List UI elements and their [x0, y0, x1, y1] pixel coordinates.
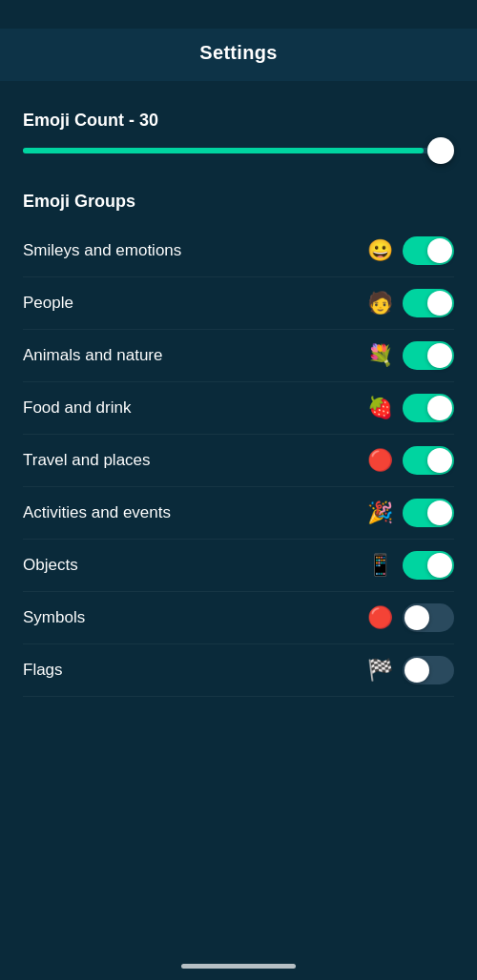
group-emoji-objects: 📱 — [367, 555, 393, 576]
header: Settings — [0, 29, 477, 82]
group-item-food: Food and drink 🍓 — [23, 382, 454, 435]
toggle-objects[interactable] — [403, 551, 454, 580]
toggle-activities[interactable] — [403, 499, 454, 527]
toggle-animals[interactable] — [403, 341, 454, 370]
bottom-home-indicator — [181, 964, 296, 969]
toggle-knob-travel — [427, 448, 452, 473]
group-emoji-activities: 🎉 — [367, 502, 393, 523]
toggle-knob-animals — [427, 343, 452, 368]
group-emoji-travel: 🔴 — [367, 450, 393, 471]
emoji-count-label: Emoji Count - 30 — [23, 111, 454, 131]
group-label-animals: Animals and nature — [23, 346, 162, 365]
group-item-animals: Animals and nature 💐 — [23, 330, 454, 382]
toggle-travel[interactable] — [403, 446, 454, 475]
group-label-symbols: Symbols — [23, 608, 85, 627]
toggle-symbols[interactable] — [403, 603, 454, 632]
group-label-people: People — [23, 294, 73, 313]
group-item-symbols: Symbols 🔴 — [23, 592, 454, 644]
group-label-smileys: Smileys and emotions — [23, 241, 181, 260]
group-item-travel: Travel and places 🔴 — [23, 435, 454, 487]
toggle-smileys[interactable] — [403, 236, 454, 265]
toggle-knob-smileys — [427, 238, 452, 263]
toggle-knob-flags — [404, 658, 429, 683]
group-item-flags: Flags 🏁 — [23, 644, 454, 697]
toggle-people[interactable] — [403, 289, 454, 317]
group-emoji-smileys: 😀 — [367, 240, 393, 261]
group-item-objects: Objects 📱 — [23, 540, 454, 592]
slider-fill — [23, 148, 424, 153]
group-emoji-animals: 💐 — [367, 345, 393, 366]
toggle-knob-objects — [427, 553, 452, 578]
group-item-activities: Activities and events 🎉 — [23, 487, 454, 540]
emoji-count-section: Emoji Count - 30 — [23, 111, 454, 153]
toggle-flags[interactable] — [403, 656, 454, 684]
slider-track — [23, 148, 454, 153]
emoji-groups-label: Emoji Groups — [23, 192, 454, 212]
group-emoji-symbols: 🔴 — [367, 607, 393, 628]
toggle-knob-people — [427, 291, 452, 316]
toggle-knob-food — [427, 396, 452, 420]
slider-thumb[interactable] — [427, 137, 454, 164]
group-label-food: Food and drink — [23, 398, 131, 418]
emoji-groups-section: Emoji Groups Smileys and emotions 😀 Peop… — [23, 192, 454, 697]
group-item-people: People 🧑 — [23, 277, 454, 330]
toggle-knob-activities — [427, 500, 452, 525]
group-emoji-people: 🧑 — [367, 293, 393, 314]
group-emoji-flags: 🏁 — [367, 660, 393, 681]
status-bar — [0, 0, 477, 29]
group-item-smileys: Smileys and emotions 😀 — [23, 225, 454, 277]
group-label-flags: Flags — [23, 661, 63, 680]
header-title: Settings — [199, 42, 277, 63]
toggle-knob-symbols — [404, 605, 429, 630]
group-label-travel: Travel and places — [23, 451, 151, 470]
group-emoji-food: 🍓 — [367, 398, 393, 419]
group-label-activities: Activities and events — [23, 503, 171, 522]
toggle-food[interactable] — [403, 394, 454, 422]
group-label-objects: Objects — [23, 556, 78, 575]
